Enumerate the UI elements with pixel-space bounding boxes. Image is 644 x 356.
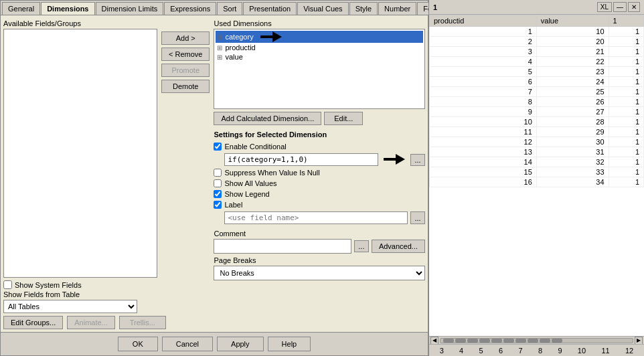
scrollbar-thumb[interactable] <box>467 339 478 343</box>
used-dims-list: ⊞ category ⊞ productid <box>214 29 425 109</box>
col-header-value: value <box>536 15 609 27</box>
add-calc-dim-button[interactable]: Add Calculated Dimension... <box>214 112 321 125</box>
suppress-null-row: Suppress When Value Is Null <box>214 167 425 178</box>
dim-item-productid[interactable]: ⊞ productid <box>216 43 423 52</box>
apply-button[interactable]: Apply <box>217 337 264 351</box>
tab-style[interactable]: Style <box>349 2 378 15</box>
x-axis-label: 5 <box>479 347 483 355</box>
animate-button[interactable]: Animate... <box>67 316 115 329</box>
fields-section: Available Fields/Groups Add > < Remove P… <box>3 18 425 278</box>
dim-item-value[interactable]: ⊞ value <box>216 52 423 62</box>
help-button[interactable]: Help <box>268 337 311 351</box>
main-dialog: General Dimensions Dimension Limits Expr… <box>0 0 428 356</box>
chart-min-button[interactable]: — <box>613 2 627 12</box>
scrollbar-thumb[interactable] <box>491 339 502 343</box>
dim-item-category[interactable]: ⊞ category <box>216 31 423 43</box>
col-header-1: 1 <box>609 15 643 27</box>
scrollbar-thumb[interactable] <box>515 339 526 343</box>
x-axis-label: 12 <box>625 347 633 355</box>
cancel-button[interactable]: Cancel <box>162 337 213 351</box>
label-checkbox[interactable] <box>214 201 222 209</box>
scrollbar-thumb[interactable] <box>455 339 466 343</box>
scrollbar-thumb[interactable] <box>479 339 490 343</box>
settings-section: Settings for Selected Dimension Enable C… <box>214 128 425 228</box>
demote-button[interactable]: Demote <box>161 80 210 93</box>
show-legend-checkbox[interactable] <box>214 190 222 198</box>
scrollbar-thumb[interactable] <box>552 339 562 343</box>
ok-button[interactable]: OK <box>118 337 158 351</box>
comment-dots-button[interactable]: ... <box>354 240 369 252</box>
comment-input-row: ... Advanced... <box>214 239 425 254</box>
scrollbar-thumb[interactable] <box>503 339 514 343</box>
table-row: 8261 <box>430 97 644 107</box>
show-legend-row: Show Legend <box>214 189 425 199</box>
comment-input[interactable] <box>214 239 351 254</box>
dims-col: Used Dimensions ⊞ category <box>214 18 425 278</box>
chart-table-container[interactable]: productid value 1 1101220132114221523162… <box>429 15 644 336</box>
svg-marker-1 <box>272 31 282 42</box>
add-button[interactable]: Add > <box>161 31 210 45</box>
chart-body: productid value 1 1101220132114221523162… <box>429 15 644 336</box>
suppress-null-checkbox[interactable] <box>214 169 222 177</box>
tab-dimensions[interactable]: Dimensions <box>41 2 94 15</box>
scrollbar-thumb[interactable] <box>528 339 538 343</box>
tab-presentation[interactable]: Presentation <box>243 2 297 15</box>
chart-panel: 1 XL — ✕ productid value 1 1101220132114… <box>428 0 644 356</box>
table-row: 7251 <box>430 87 644 97</box>
suppress-null-label: Suppress When Value Is Null <box>224 169 319 177</box>
table-row: 1101 <box>430 27 644 37</box>
edit-groups-button[interactable]: Edit Groups... <box>3 316 63 329</box>
expand-icon-value: ⊞ <box>217 54 222 61</box>
table-row: 2201 <box>430 37 644 47</box>
arrow-icon-category <box>260 31 282 42</box>
svg-rect-2 <box>384 158 397 161</box>
tab-general[interactable]: General <box>2 2 40 15</box>
scroll-right-button[interactable]: ▶ <box>635 337 643 345</box>
x-axis-labels: 3456789101112 <box>432 347 641 355</box>
table-header-row: productid value 1 <box>430 15 644 27</box>
bottom-action-buttons: Edit Groups... Animate... Trellis... <box>3 316 425 329</box>
left-bottom-controls: Show System Fields Show Fields from Tabl… <box>3 278 425 329</box>
expression-dots-button[interactable]: ... <box>410 154 425 166</box>
enable-conditional-checkbox[interactable] <box>214 143 222 151</box>
scrollbar-thumb[interactable] <box>540 339 550 343</box>
table-row: 10281 <box>430 117 644 127</box>
chart-xl-button[interactable]: XL <box>597 2 612 12</box>
arrow-icon-expr <box>384 154 405 166</box>
edit-button[interactable]: Edit... <box>324 112 363 125</box>
chart-header: 1 XL — ✕ <box>429 0 644 15</box>
scrollbar-thumb[interactable] <box>443 339 454 343</box>
tab-sort[interactable]: Sort <box>217 2 242 15</box>
available-fields-list[interactable] <box>3 29 157 278</box>
chart-table-body: 1101220132114221523162417251826192711028… <box>430 27 644 187</box>
chart-close-button[interactable]: ✕ <box>628 2 640 12</box>
label-dots-button[interactable]: ... <box>410 211 425 224</box>
tab-dimension-limits[interactable]: Dimension Limits <box>96 2 164 15</box>
comment-section: Comment ... Advanced... <box>214 228 425 255</box>
expand-icon-category: ⊞ <box>217 33 222 41</box>
tab-number[interactable]: Number <box>378 2 416 15</box>
table-row: 5231 <box>430 67 644 77</box>
table-row: 14321 <box>430 157 644 167</box>
promote-button[interactable]: Promote <box>161 64 210 77</box>
tab-expressions[interactable]: Expressions <box>164 2 216 15</box>
show-all-values-checkbox[interactable] <box>214 179 222 187</box>
enable-conditional-row: Enable Conditional <box>214 141 425 152</box>
available-fields-label: Available Fields/Groups <box>3 18 157 29</box>
trellis-button[interactable]: Trellis... <box>119 316 166 329</box>
show-legend-label: Show Legend <box>224 190 269 198</box>
expand-icon-productid: ⊞ <box>217 44 222 52</box>
dialog-footer: OK Cancel Apply Help <box>1 332 428 355</box>
tab-content: Available Fields/Groups Add > < Remove P… <box>1 15 428 332</box>
scrollbar-track[interactable] <box>440 338 633 343</box>
label-input[interactable] <box>224 211 408 224</box>
table-row: 4221 <box>430 57 644 67</box>
tab-visual-cues[interactable]: Visual Cues <box>297 2 349 15</box>
scroll-left-button[interactable]: ◀ <box>430 337 438 345</box>
advanced-button[interactable]: Advanced... <box>372 240 425 253</box>
chart-x-axis: 3456789101112 <box>429 344 644 356</box>
show-system-fields-checkbox[interactable] <box>3 280 12 289</box>
remove-button[interactable]: < Remove <box>161 48 210 61</box>
fields-table-dropdown[interactable]: All Tables <box>3 300 137 313</box>
expression-input[interactable] <box>224 153 378 166</box>
